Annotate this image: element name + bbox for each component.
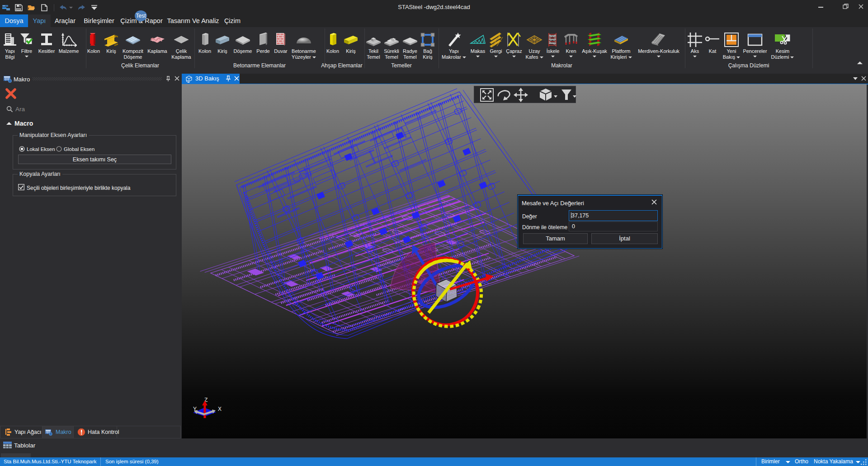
svg-text:X: X <box>218 406 222 412</box>
